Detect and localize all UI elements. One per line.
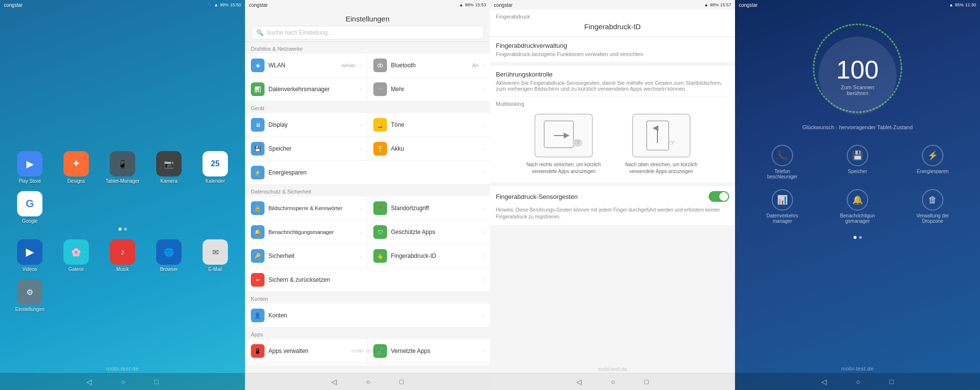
bt-value: An [472, 62, 478, 68]
fp-arrow: › [483, 254, 484, 259]
dock-browser[interactable]: 🌐 Browser [149, 239, 188, 272]
fp-illustrations: ☞ Nach rechts streichen, um kürzlich ver… [490, 109, 735, 182]
calendar-label: Kalender [205, 178, 225, 184]
display-label: Display [268, 121, 356, 128]
data-arrow: › [360, 87, 361, 92]
energy-label: Energiesparen [268, 169, 479, 176]
home-btn-1[interactable]: ○ [121, 378, 125, 386]
fp-illus-up-text: Nach oben streichen, um kürzlich verwend… [617, 161, 705, 175]
storage-label: Speicher [268, 145, 356, 152]
security-item[interactable]: 🔑 Sicherheit › [245, 244, 368, 268]
notif-label: Benachrichtigungsmanager [268, 229, 356, 235]
back-btn-1[interactable]: ◁ [86, 378, 92, 386]
fp-touch-section: Berührungskontrolle Aktivieren Sie Finge… [490, 66, 735, 182]
section-privacy: Datenschutz & Sicherheit [245, 185, 490, 196]
lock-item[interactable]: 🔒 Bildschirmsperre & Kennwörter › [245, 196, 368, 220]
recent-btn-1[interactable]: □ [155, 378, 159, 386]
section-wireless: Drahtlos & Netzwerke [245, 42, 490, 54]
email-icon: ✉ [203, 239, 228, 265]
app-camera[interactable]: 📷 Kamera [149, 151, 188, 184]
settings-title: Einstellungen [251, 14, 484, 26]
nav-bar-3: ◁ ○ □ [490, 373, 735, 390]
dock-music[interactable]: ♪ Musik [103, 239, 142, 272]
dock-videos[interactable]: ▶ Videos [10, 239, 49, 272]
app-grid: ▶ Play Store ✦ Designs 📱 Tablet-Manager … [10, 151, 235, 224]
manager-data[interactable]: 📊 Datenverkehrsmanager [750, 189, 815, 224]
manager-phone-boost[interactable]: 📞 Telefonbeschleuniger [750, 145, 815, 179]
fp-illus-up-box: ☞ [632, 114, 691, 157]
manager-content: 100 Zum Scannenberühren Glückwunsch - he… [735, 10, 980, 373]
storage-item[interactable]: 💾 Speicher › [245, 137, 368, 160]
manager-notif[interactable]: 🔔 Benachrichtigungsmanager [825, 189, 890, 224]
app-google[interactable]: G Google [10, 191, 49, 224]
row-more-apps[interactable]: ⋯ Mehr › [245, 363, 490, 365]
back-btn-4[interactable]: ◁ [821, 378, 827, 386]
wlan-item[interactable]: ◈ WLAN welan › [245, 54, 368, 77]
search-placeholder: Suche nach Einstellung… [266, 29, 333, 36]
backup-arrow: › [483, 277, 484, 283]
signal-icon: 🔵 [207, 2, 213, 7]
location-item[interactable]: 📍 Standortzugriff › [368, 196, 490, 220]
wlan-label: WLAN [268, 62, 338, 69]
fp-item[interactable]: 👆 Fingerabdruck-ID › [368, 244, 490, 268]
wifi-icon-3: ▲ [704, 2, 709, 7]
manager-dropzone[interactable]: 🗑 Verwaltung derDropzone [900, 189, 965, 224]
recent-btn-4[interactable]: □ [890, 378, 894, 386]
location-icon: 📍 [373, 201, 387, 215]
data-mgr2-icon: 📊 [772, 189, 793, 211]
notif-mgr-icon: 🔔 [847, 189, 868, 211]
display-item[interactable]: 🖥 Display › [245, 113, 368, 136]
lock-label: Bildschirmsperre & Kennwörter [268, 205, 356, 211]
dock-settings[interactable]: ⚙ Einstellungen [10, 279, 49, 312]
more-wireless-item[interactable]: ⋯ Mehr › [368, 78, 490, 101]
home-btn-3[interactable]: ○ [611, 378, 615, 386]
dock-gallery[interactable]: 🌸 Galerie [57, 239, 96, 272]
calendar-icon: 25 [203, 151, 228, 176]
recent-btn-2[interactable]: □ [400, 378, 404, 386]
row-data-more: 📊 Datenverkehrsmanager › ⋯ Mehr › [245, 78, 490, 101]
recent-btn-3[interactable]: □ [645, 378, 649, 386]
manager-energy[interactable]: ⚡ Energiesparen [900, 145, 965, 179]
fp-gesture-toggle[interactable] [709, 191, 729, 202]
bt-arrow: › [483, 63, 484, 68]
back-btn-2[interactable]: ◁ [331, 378, 337, 386]
fp-header: Fingerabdruck Fingerabdruck-ID [490, 10, 735, 37]
home-btn-4[interactable]: ○ [856, 378, 860, 386]
home-content: ▶ Play Store ✦ Designs 📱 Tablet-Manager … [0, 10, 245, 373]
section-apps: Apps [245, 328, 490, 339]
watermark-2: mobi-test.de [245, 347, 490, 354]
home-btn-2[interactable]: ○ [366, 378, 370, 386]
fp-icon: 👆 [373, 249, 387, 263]
fp-gesture-section: Fingerabdruck-Sensorgesten Hinweis: Dies… [490, 186, 735, 225]
sound-icon: 🔔 [373, 118, 387, 132]
time-3: 15:57 [720, 2, 731, 7]
sound-item[interactable]: 🔔 Töne › [368, 113, 490, 136]
row-energy[interactable]: ⚡ Energiesparen › [245, 161, 490, 185]
app-tablet-manager[interactable]: 📱 Tablet-Manager [103, 151, 142, 184]
bdot-2 [859, 236, 862, 239]
fp-gesture-row: Fingerabdruck-Sensorgesten [490, 186, 735, 207]
protected-item[interactable]: 🛡 Geschützte Apps › [368, 220, 490, 244]
fp-illus-right-text: Nach rechts streichen, um kürzlich verwe… [520, 161, 608, 175]
app-play-store[interactable]: ▶ Play Store [10, 151, 49, 184]
dock-email[interactable]: ✉ E-Mail [196, 239, 235, 272]
more-wireless-arrow: › [483, 87, 484, 92]
phone-boost-label: Telefonbeschleuniger [767, 169, 797, 179]
bdot-1 [854, 236, 857, 239]
notif-item[interactable]: 🔔 Benachrichtigungsmanager › [245, 220, 368, 244]
manager-storage[interactable]: 💾 Speicher [825, 145, 890, 179]
watermark-1: mobi-test.de [0, 366, 245, 371]
back-btn-3[interactable]: ◁ [576, 378, 582, 386]
fingerprint-panel: congstar ▲ 98% 15:57 Fingerabdruck Finge… [490, 0, 735, 390]
app-designs[interactable]: ✦ Designs [57, 151, 96, 184]
battery-item[interactable]: 🔋 Akku › [368, 137, 490, 160]
dot-2 [124, 228, 127, 231]
row-accounts[interactable]: 👤 Konten › [245, 304, 490, 328]
row-backup[interactable]: ↩ Sichern & zurücksetzen › [245, 268, 490, 292]
bt-item[interactable]: ȸ Bluetooth An › [368, 54, 490, 77]
row-wlan-bt: ◈ WLAN welan › ȸ Bluetooth An › [245, 54, 490, 78]
designs-icon: ✦ [63, 151, 89, 176]
search-bar[interactable]: 🔍 Suche nach Einstellung… [251, 26, 484, 39]
app-calendar[interactable]: 25 Kalender [196, 151, 235, 184]
data-mgr-item[interactable]: 📊 Datenverkehrsmanager › [245, 78, 368, 101]
